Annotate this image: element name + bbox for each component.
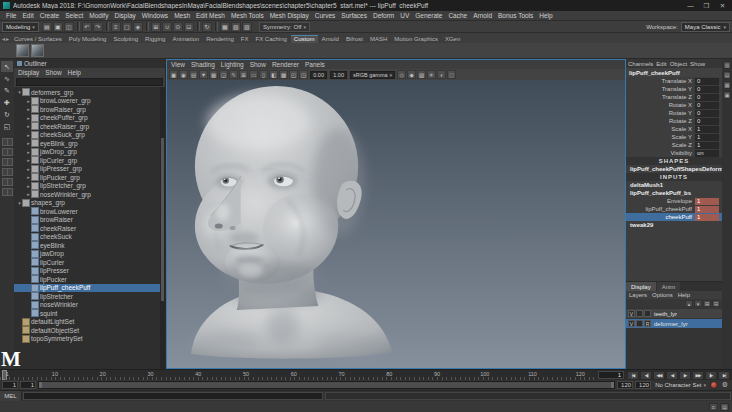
outliner-item-lipcurler-grp[interactable]: ▸lipCurler_grp [14,156,165,165]
channel-value[interactable]: on [695,150,719,157]
symmetry-dropdown[interactable]: Symmetry: Off ▾ [259,22,310,32]
image-plane-icon[interactable]: ▦ [209,70,218,79]
save-scene-icon[interactable]: ◫ [64,22,74,32]
channel-value[interactable]: 1 [695,206,719,213]
layer-editor-tab-display[interactable]: Display [626,282,656,291]
timeline-track[interactable]: 1102030405060708090100110120 [0,370,597,380]
outliner-persp-layout[interactable] [2,188,13,196]
viewport-menu-view[interactable]: View [171,61,185,68]
menu-windows[interactable]: Windows [139,12,171,19]
outliner-item-lippucker[interactable]: lipPucker [14,275,165,284]
playback-start-field[interactable]: 1 [20,381,36,389]
layer-menu-layers[interactable]: Layers [629,292,647,298]
shelf-tab-mash[interactable]: MASH [367,35,390,43]
outliner-item-eyeblink-grp[interactable]: ▸eyeBlink_grp [14,139,165,148]
go-to-end-button[interactable]: ▶| [718,371,730,380]
bookmark-icon[interactable]: ▼ [199,70,208,79]
tool-settings-toggle-icon[interactable]: ▦ [723,81,731,89]
channel-value[interactable]: 1 [695,214,719,221]
safe-title-icon[interactable]: ◳ [299,70,308,79]
shelf-tab-motion-graphics[interactable]: Motion Graphics [391,35,441,43]
shadows-icon[interactable]: ◐ [437,70,446,79]
snap-plane-icon[interactable]: ⊡ [184,22,194,32]
grease-pencil-icon[interactable]: ✎ [229,70,238,79]
shelf-next-icon[interactable]: ▸ [6,35,9,42]
new-scene-icon[interactable]: ▤ [42,22,52,32]
channel-rotate-x[interactable]: Rotate X0 [626,101,722,109]
channel-box-toggle-icon[interactable]: ▥ [723,61,731,69]
ipr-render-icon[interactable]: ▧ [231,22,241,32]
menu-mesh[interactable]: Mesh [171,12,193,19]
outliner-item-nosewrinkler[interactable]: noseWrinkler [14,301,165,310]
channel-value[interactable]: 0 [695,110,719,117]
viewport-canvas[interactable] [167,80,625,368]
channel-value[interactable]: 0 [695,86,719,93]
move-layer-up-icon[interactable]: ▴ [685,300,693,307]
viewport-menu-panels[interactable]: Panels [305,61,325,68]
select-object-icon[interactable]: ▢ [122,22,132,32]
shelf-tab-fx-caching[interactable]: FX Caching [253,35,290,43]
menu-generate[interactable]: Generate [412,12,445,19]
paint-select-tool[interactable]: ✎ [1,85,13,96]
layer-menu-help[interactable]: Help [678,292,690,298]
expand-arrow-icon[interactable]: ▸ [25,115,32,121]
range-slider[interactable] [38,381,615,389]
shelf-tab-custom[interactable]: Custom [291,35,318,43]
shelf-button-2[interactable] [31,44,44,57]
shelf-tab-rendering[interactable]: Rendering [203,35,237,43]
layer-editor-tab-anim[interactable]: Anim [657,282,681,291]
outliner-item-lipstretcher-grp[interactable]: ▸lipStretcher_grp [14,182,165,191]
menu-uv[interactable]: UV [397,12,412,19]
redo-icon[interactable]: ↷ [93,22,103,32]
snap-grid-icon[interactable]: ⊞ [151,22,161,32]
minimize-button[interactable]: — [684,2,697,9]
new-empty-layer-icon[interactable]: ⊞ [703,300,711,307]
shelf-tab-fx[interactable]: FX [238,35,252,43]
undo-icon[interactable]: ↶ [82,22,92,32]
outliner-item-deformers-grp[interactable]: ▾deformers_grp [14,88,165,97]
shaded-icon[interactable]: ◆ [407,70,416,79]
menu-edit[interactable]: Edit [19,12,36,19]
play-backwards-button[interactable]: ◀ [666,371,678,380]
layer-playback-toggle[interactable] [636,320,643,327]
outliner-item-lippucker-grp[interactable]: ▸lipPucker_grp [14,173,165,182]
menu-cache[interactable]: Cache [445,12,470,19]
layer-display-type-toggle[interactable] [644,310,651,317]
step-forward-key-button[interactable]: ▶▶ [692,371,704,380]
channel-translate-x[interactable]: Translate X0 [626,77,722,85]
viewport-menu-lighting[interactable]: Lighting [221,61,244,68]
channel-value[interactable]: 1 [695,126,719,133]
outliner-menu-help[interactable]: Help [68,69,81,76]
gamma-field[interactable]: 1.00 [330,71,347,79]
outliner-item-defaultlightset[interactable]: defaultLightSet [14,318,165,327]
input-node-lippuff-cheekpuff-bs[interactable]: lipPuff_cheekPuff_bs [626,189,722,197]
viewport-menu-shading[interactable]: Shading [191,61,215,68]
channel-rotate-y[interactable]: Rotate Y0 [626,109,722,117]
outliner-item-cheekpuffer-grp[interactable]: ▸cheekPuffer_grp [14,114,165,123]
layer-teeth-lyr[interactable]: Vteeth_lyr [626,309,722,318]
hypershade-persp-layout[interactable] [2,178,13,186]
outliner-item-lipcurler[interactable]: lipCurler [14,258,165,267]
channel-box-tab-show[interactable]: Show [690,61,705,67]
menu-arnold[interactable]: Arnold [470,12,495,19]
expand-arrow-icon[interactable]: ▸ [25,123,32,129]
resolution-gate-icon[interactable]: ▯ [259,70,268,79]
expand-arrow-icon[interactable]: ▾ [16,200,23,206]
select-component-icon[interactable]: ◈ [133,22,143,32]
step-back-frame-button[interactable]: ◀| [640,371,652,380]
safe-action-icon[interactable]: ◰ [289,70,298,79]
expand-arrow-icon[interactable]: ▸ [25,191,32,197]
expand-arrow-icon[interactable]: ▾ [16,89,23,95]
outliner-item-lippuff-cheekpuff[interactable]: lipPuff_cheekPuff [14,284,165,293]
outliner-item-jawdrop[interactable]: jawDrop [14,250,165,259]
outliner-item-toposymmetryset[interactable]: topoSymmetrySet [14,335,165,344]
expand-arrow-icon[interactable]: ▸ [25,183,32,189]
render-settings-icon[interactable]: ▨ [242,22,252,32]
channel-box-tab-edit[interactable]: Edit [656,61,666,67]
channel-value[interactable]: 1 [695,142,719,149]
outliner-item-cheekraiser-grp[interactable]: ▸cheekRaiser_grp [14,122,165,131]
channel-rotate-z[interactable]: Rotate Z0 [626,117,722,125]
play-forwards-button[interactable]: ▶ [679,371,691,380]
input-node-deltamush1[interactable]: deltaMush1 [626,181,722,189]
rotate-tool[interactable]: ↻ [1,109,13,120]
